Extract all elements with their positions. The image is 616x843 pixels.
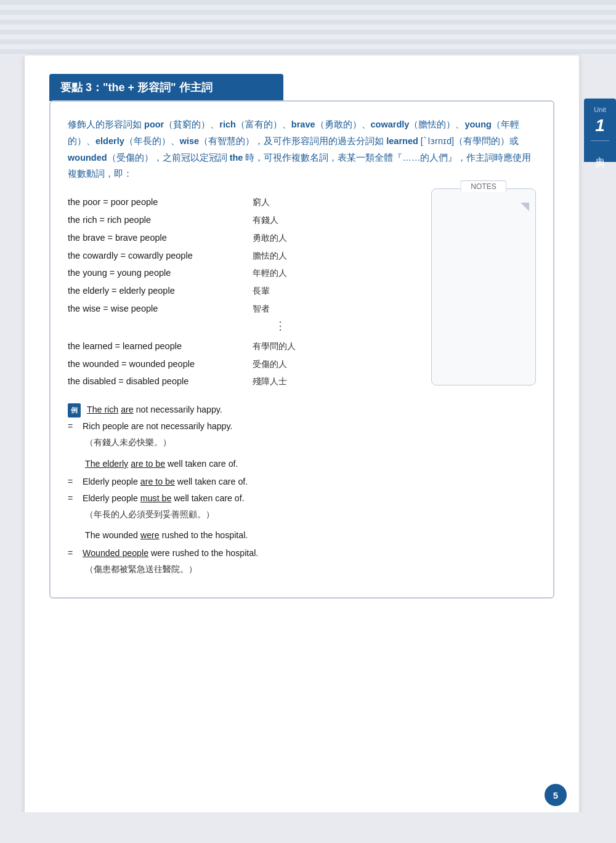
list-item: the young = young people 年輕的人: [68, 265, 419, 281]
vocab-english: the rich = rich people: [68, 212, 253, 228]
ellipsis: ⋮: [142, 319, 419, 333]
list-item: the learned = learned people 有學問的人: [68, 339, 419, 354]
example-block-1: 例 The rich are not necessarily happy. = …: [68, 401, 536, 451]
vocab-chinese: 膽怯的人: [253, 249, 287, 264]
equals-sign: =: [68, 474, 79, 490]
vocab-chinese: 智者: [253, 302, 270, 317]
vocab-chinese: 長輩: [253, 284, 270, 299]
page-number-text: 5: [553, 790, 558, 801]
example-standalone-3: The wounded were rushed to the hospital.: [85, 527, 536, 544]
vocab-chinese: 年輕的人: [253, 266, 287, 281]
top-decoration: [0, 0, 616, 55]
page-number: 5: [545, 784, 567, 806]
section-title: 要點 3："the + 形容詞" 作主詞: [49, 74, 283, 101]
example-equiv-1: = Rich people are not necessarily happy.: [68, 418, 536, 435]
example-standalone-2: The elderly are to be well taken care of…: [85, 456, 536, 472]
chinese-note-1: （有錢人未必快樂。）: [85, 435, 536, 451]
footer-decoration: [0, 812, 616, 843]
notes-label: NOTES: [460, 180, 506, 192]
unit-label: Unit: [594, 106, 606, 113]
examples-section: 例 The rich are not necessarily happy. = …: [68, 401, 536, 578]
notes-corner-decoration: [521, 203, 529, 211]
list-item: the wounded = wounded people 受傷的人: [68, 357, 419, 372]
list-item: the elderly = elderly people 長輩: [68, 283, 419, 299]
example-block-2: = Elderly people are to be well taken ca…: [68, 474, 536, 523]
equals-sign: =: [68, 545, 79, 562]
vocab-english: the poor = poor people: [68, 195, 253, 210]
vocab-chinese: 有學問的人: [253, 339, 296, 354]
sidebar-divider: [591, 140, 609, 141]
example-sentence-1: The rich are not necessarily happy.: [87, 401, 222, 418]
vocab-english: the wounded = wounded people: [68, 357, 253, 372]
unit-sidebar-tab: Unit 1 主詞: [584, 99, 616, 162]
example-icon: 例: [68, 403, 81, 417]
example-line: 例 The rich are not necessarily happy.: [68, 401, 536, 418]
unit-number: 1: [595, 117, 605, 134]
vocab-notes-section: the poor = poor people 窮人 the rich = ric…: [68, 195, 536, 392]
example-block-3: = Wounded people were rushed to the hosp…: [68, 545, 536, 578]
main-card: 修飾人的形容詞如 poor（貧窮的）、rich（富有的）、brave（勇敢的）、…: [49, 100, 554, 599]
list-item: the cowardly = cowardly people 膽怯的人: [68, 248, 419, 264]
vocab-english: the brave = brave people: [68, 230, 253, 246]
vocab-english: the elderly = elderly people: [68, 283, 253, 299]
vocab-chinese: 有錢人: [253, 213, 278, 228]
list-item: the rich = rich people 有錢人: [68, 212, 419, 228]
vocab-chinese: 窮人: [253, 195, 270, 210]
page-content: 要點 3："the + 形容詞" 作主詞 修飾人的形容詞如 poor（貧窮的）、…: [25, 55, 579, 818]
vocab-english: the young = young people: [68, 265, 253, 281]
list-item: the wise = wise people 智者: [68, 301, 419, 317]
vocab-chinese: 勇敢的人: [253, 231, 287, 246]
example-equiv-3: = Wounded people were rushed to the hosp…: [68, 545, 536, 562]
example-equiv-2a: = Elderly people are to be well taken ca…: [68, 474, 536, 490]
example-equiv-2b: = Elderly people must be well taken care…: [68, 490, 536, 507]
equiv-sentence-1: Rich people are not necessarily happy.: [83, 418, 232, 435]
vocabulary-list: the poor = poor people 窮人 the rich = ric…: [68, 195, 419, 392]
vocab-english: the cowardly = cowardly people: [68, 248, 253, 264]
equiv-sentence-3: Wounded people were rushed to the hospit…: [83, 545, 258, 562]
vocab-english: the learned = learned people: [68, 339, 253, 354]
vocab-english: the wise = wise people: [68, 301, 253, 317]
equals-sign: =: [68, 490, 79, 507]
chinese-note-3: （傷患都被緊急送往醫院。）: [85, 562, 536, 578]
intro-paragraph: 修飾人的形容詞如 poor（貧窮的）、rich（富有的）、brave（勇敢的）、…: [68, 116, 536, 182]
vocab-chinese: 受傷的人: [253, 357, 287, 372]
chinese-note-2: （年長的人必須受到妥善照顧。）: [85, 507, 536, 523]
vocab-chinese: 殘障人士: [253, 374, 287, 389]
list-item: the brave = brave people 勇敢的人: [68, 230, 419, 246]
list-item: the poor = poor people 窮人: [68, 195, 419, 210]
notes-box: NOTES: [431, 188, 536, 385]
vocab-english: the disabled = disabled people: [68, 374, 253, 389]
unit-chinese-label: 主詞: [594, 150, 606, 155]
equiv-sentence-2b: Elderly people must be well taken care o…: [83, 490, 245, 507]
equals-sign: =: [68, 418, 79, 435]
equiv-sentence-2a: Elderly people are to be well taken care…: [83, 474, 248, 490]
list-item: the disabled = disabled people 殘障人士: [68, 374, 419, 389]
